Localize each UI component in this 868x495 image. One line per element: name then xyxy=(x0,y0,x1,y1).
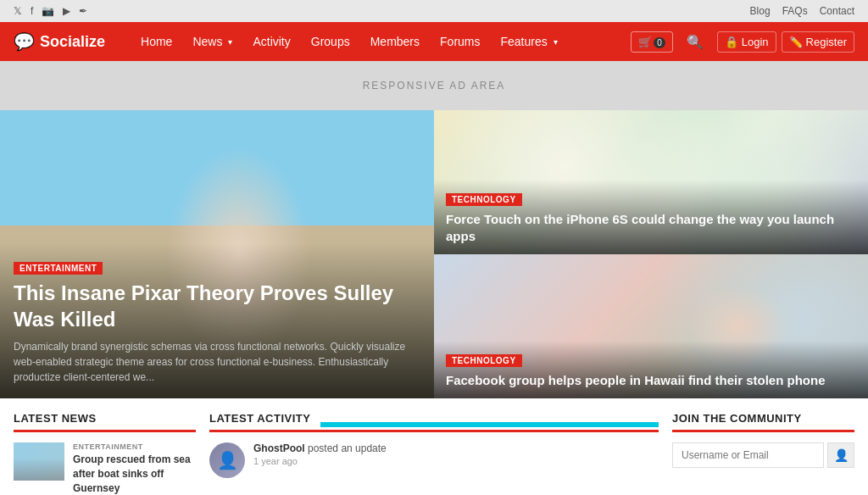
nav-actions: 🛒0 🔍 🔒 Login ✏️ Register xyxy=(631,31,854,53)
username-email-input[interactable] xyxy=(672,442,824,468)
latest-activity-column: Latest Activity GhostPool posted an upda… xyxy=(209,412,659,495)
hero-side-bot-title: Facebook group helps people in Hawaii fi… xyxy=(446,372,856,389)
nav-activity[interactable]: Activity xyxy=(242,22,300,61)
latest-news-title: LATEST NEWS xyxy=(14,412,196,432)
activity-item[interactable]: GhostPool posted an update 1 year ago xyxy=(209,442,659,478)
hero-main-overlay: ENTERTAINMENT This Insane Pixar Theory P… xyxy=(0,243,434,398)
nav-forums[interactable]: Forums xyxy=(430,22,490,61)
faqs-link[interactable]: FAQs xyxy=(782,5,808,17)
youtube-icon[interactable]: ▶ xyxy=(63,5,70,17)
hero-main-excerpt: Dynamically brand synergistic schemas vi… xyxy=(14,339,420,385)
instagram-icon[interactable]: 📷 xyxy=(42,5,54,17)
news-item-content: ENTERTAINMENT Group rescued from sea aft… xyxy=(73,442,196,495)
nav-news[interactable]: News ▾ xyxy=(182,22,242,61)
features-chevron-icon: ▾ xyxy=(554,37,558,47)
hero-main-title: This Insane Pixar Theory Proves Sulley W… xyxy=(14,280,420,332)
news-item-tag: ENTERTAINMENT xyxy=(73,442,196,451)
brand-icon: 💬 xyxy=(14,31,35,52)
activity-action-text: posted an update xyxy=(308,442,387,454)
hero-side-bot-article[interactable]: TECHNOLOGY Facebook group helps people i… xyxy=(434,254,868,398)
register-button[interactable]: ✏️ Register xyxy=(782,31,854,53)
pencil-icon: ✏️ xyxy=(789,36,803,48)
vine-icon[interactable]: ✒ xyxy=(79,5,87,17)
join-community-title: JOIN THE COMMUNITY xyxy=(672,412,854,432)
hero-side-bot-overlay: TECHNOLOGY Facebook group helps people i… xyxy=(434,341,868,399)
activity-avatar xyxy=(209,442,245,478)
news-chevron-icon: ▾ xyxy=(228,37,232,47)
join-input-row: 👤 xyxy=(672,442,854,468)
top-links: Blog FAQs Contact xyxy=(750,5,854,17)
hero-side-top-article[interactable]: TECHNOLOGY Force Touch on the iPhone 6S … xyxy=(434,110,868,254)
hero-grid: ENTERTAINMENT This Insane Pixar Theory P… xyxy=(0,110,868,398)
activity-time: 1 year ago xyxy=(253,456,387,466)
lock-icon: 🔒 xyxy=(725,36,738,48)
twitter-icon[interactable]: 𝕏 xyxy=(14,5,22,17)
hero-main-article[interactable]: ENTERTAINMENT This Insane Pixar Theory P… xyxy=(0,110,434,398)
activity-username: GhostPool xyxy=(253,442,305,454)
search-button[interactable]: 🔍 xyxy=(682,31,709,53)
login-button[interactable]: 🔒 Login xyxy=(717,31,776,53)
activity-header: Latest Activity xyxy=(209,412,659,432)
blog-link[interactable]: Blog xyxy=(750,5,771,17)
hero-main-tag: ENTERTAINMENT xyxy=(14,262,103,275)
ad-area: RESPONSIVE AD AREA xyxy=(0,61,868,110)
bottom-section: LATEST NEWS ENTERTAINMENT Group rescued … xyxy=(0,398,868,495)
latest-news-column: LATEST NEWS ENTERTAINMENT Group rescued … xyxy=(14,412,196,495)
activity-text: GhostPool posted an update xyxy=(253,442,387,454)
nav-members[interactable]: Members xyxy=(360,22,430,61)
news-thumbnail xyxy=(14,442,64,481)
activity-bar-decoration xyxy=(320,422,659,427)
auth-buttons: 🔒 Login ✏️ Register xyxy=(717,31,854,53)
activity-section-title: Latest Activity xyxy=(209,412,310,425)
nav-home[interactable]: Home xyxy=(131,22,182,61)
hero-side-top-overlay: TECHNOLOGY Force Touch on the iPhone 6S … xyxy=(434,180,868,254)
facebook-icon[interactable]: f xyxy=(31,5,33,17)
hero-side-top-tag: TECHNOLOGY xyxy=(446,193,522,206)
brand-name: Socialize xyxy=(40,33,105,51)
nav-links: Home News ▾ Activity Groups Members Foru… xyxy=(131,22,631,61)
cart-count: 0 xyxy=(654,37,665,48)
brand[interactable]: 💬 Socialize xyxy=(14,31,105,52)
nav-features[interactable]: Features ▾ xyxy=(491,22,568,61)
social-icons: 𝕏 f 📷 ▶ ✒ xyxy=(14,5,87,17)
cart-button[interactable]: 🛒0 xyxy=(631,31,673,53)
nav-groups[interactable]: Groups xyxy=(301,22,360,61)
news-item[interactable]: ENTERTAINMENT Group rescued from sea aft… xyxy=(14,442,196,495)
user-icon-button[interactable]: 👤 xyxy=(827,442,854,468)
hero-side-bot-tag: TECHNOLOGY xyxy=(446,354,522,367)
top-bar: 𝕏 f 📷 ▶ ✒ Blog FAQs Contact xyxy=(0,0,868,22)
hero-side-top-title: Force Touch on the iPhone 6S could chang… xyxy=(446,211,856,244)
news-item-title: Group rescued from sea after boat sinks … xyxy=(73,453,196,495)
contact-link[interactable]: Contact xyxy=(820,5,854,17)
activity-item-content: GhostPool posted an update 1 year ago xyxy=(253,442,387,466)
main-nav: 💬 Socialize Home News ▾ Activity Groups … xyxy=(0,22,868,61)
join-community-column: JOIN THE COMMUNITY 👤 xyxy=(672,412,854,495)
